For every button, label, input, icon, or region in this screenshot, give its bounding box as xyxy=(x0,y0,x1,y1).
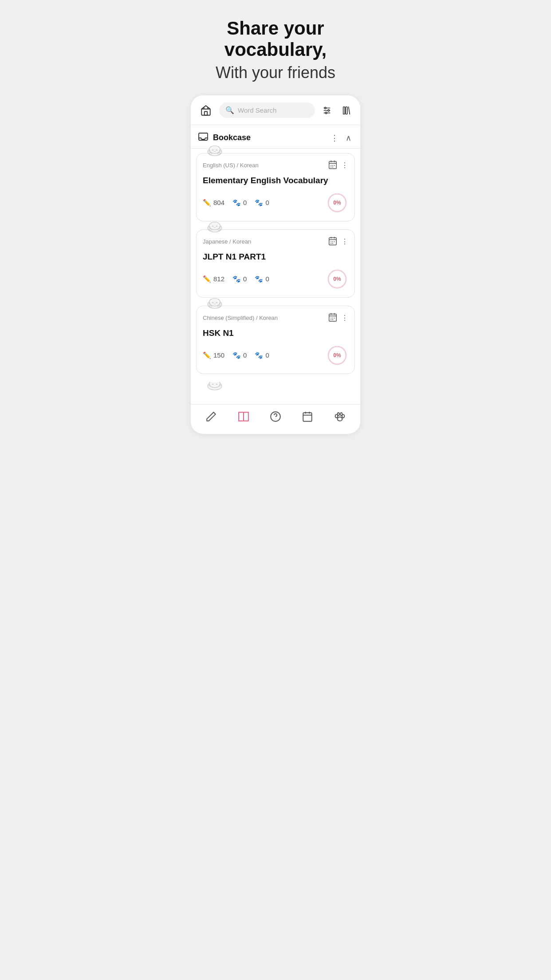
book-3-menu-button[interactable]: ⋮ xyxy=(341,314,348,322)
svg-point-19 xyxy=(216,149,218,150)
book-2-paw-blue-count: 0 xyxy=(243,275,247,283)
book-2-pencil-stat: ✏️ 812 xyxy=(203,275,224,283)
cat-icon-2 xyxy=(205,220,224,235)
nav-calendar-icon xyxy=(302,411,313,422)
svg-point-34 xyxy=(209,222,220,230)
book-2-calendar-icon[interactable] xyxy=(328,236,338,248)
book-1-paw-blue-stat: 🐾 0 xyxy=(232,199,247,207)
nav-item-question[interactable] xyxy=(270,411,281,422)
svg-rect-76 xyxy=(332,319,333,320)
bookcase-collapse-button[interactable]: ∧ xyxy=(344,131,353,145)
svg-rect-51 xyxy=(334,241,335,242)
svg-rect-72 xyxy=(331,318,331,319)
search-bar[interactable]: 🔍 Word Search xyxy=(219,102,315,118)
book-1-calendar-icon[interactable] xyxy=(328,160,338,171)
svg-point-65 xyxy=(216,302,218,303)
book-3-icons: ⋮ xyxy=(328,312,348,324)
book-card-2[interactable]: Japanese / Korean ⋮ JLPT N1 PART1 ✏️ 812 xyxy=(196,229,355,298)
library-icon-button[interactable] xyxy=(339,103,354,118)
svg-rect-0 xyxy=(205,111,208,115)
svg-rect-73 xyxy=(332,318,333,319)
svg-rect-89 xyxy=(303,413,312,421)
book-2-title: JLPT N1 PART1 xyxy=(203,252,348,262)
book-3-pencil-stat: ✏️ 150 xyxy=(203,351,224,359)
book-card-2-header: Japanese / Korean ⋮ xyxy=(203,236,348,248)
cat-icon-3 xyxy=(205,296,224,311)
book-card-3[interactable]: Chinese (Simplified) / Korean ⋮ HSK N1 ✏… xyxy=(196,306,355,374)
search-placeholder-text: Word Search xyxy=(238,106,276,114)
svg-point-64 xyxy=(212,302,214,303)
book-card-wrapper-3: Chinese (Simplified) / Korean ⋮ HSK N1 ✏… xyxy=(196,306,355,374)
book-2-menu-button[interactable]: ⋮ xyxy=(341,237,348,246)
nav-book-icon xyxy=(238,411,249,422)
svg-point-4 xyxy=(325,107,327,109)
paw-blue-icon-3: 🐾 xyxy=(232,351,241,359)
svg-point-41 xyxy=(212,225,214,227)
svg-point-88 xyxy=(275,418,276,419)
svg-rect-29 xyxy=(331,166,331,167)
svg-rect-7 xyxy=(343,106,345,114)
store-icon-button[interactable] xyxy=(197,102,215,119)
svg-point-66 xyxy=(209,305,212,307)
svg-rect-52 xyxy=(331,243,331,244)
filter-icon-button[interactable] xyxy=(319,103,335,118)
book-1-menu-button[interactable]: ⋮ xyxy=(341,161,348,169)
book-3-paw-pink-stat: 🐾 0 xyxy=(255,351,269,359)
book-cards-container: English (US) / Korean ⋮ Elementary Engli… xyxy=(191,149,360,404)
svg-point-93 xyxy=(337,417,342,421)
bookcase-menu-button[interactable]: ⋮ xyxy=(329,131,340,145)
svg-rect-75 xyxy=(331,319,331,320)
svg-point-80 xyxy=(209,382,220,388)
svg-point-83 xyxy=(212,383,214,385)
book-1-stats: ✏️ 804 🐾 0 🐾 0 xyxy=(203,192,348,214)
book-2-progress-circle: 0% xyxy=(326,268,348,290)
book-3-lang: Chinese (Simplified) / Korean xyxy=(203,315,278,321)
phone-card: 🔍 Word Search xyxy=(191,95,360,434)
svg-rect-27 xyxy=(332,165,333,166)
nav-item-pencil[interactable] xyxy=(205,411,217,422)
nav-item-calendar[interactable] xyxy=(302,411,313,422)
svg-point-97 xyxy=(340,413,342,416)
svg-rect-74 xyxy=(334,318,335,319)
svg-rect-8 xyxy=(346,106,347,114)
book-1-lang: English (US) / Korean xyxy=(203,162,259,169)
svg-rect-26 xyxy=(331,165,331,166)
book-card-1[interactable]: English (US) / Korean ⋮ Elementary Engli… xyxy=(196,153,355,221)
book-3-paw-pink-count: 0 xyxy=(265,351,269,359)
nav-paw-icon xyxy=(334,411,346,422)
book-3-title: HSK N1 xyxy=(203,328,348,338)
svg-point-21 xyxy=(218,153,220,154)
svg-point-44 xyxy=(218,229,220,231)
pencil-stat-icon-2: ✏️ xyxy=(203,275,211,283)
library-icon xyxy=(342,106,351,115)
search-icon: 🔍 xyxy=(225,106,234,114)
svg-rect-30 xyxy=(332,166,333,167)
svg-point-18 xyxy=(212,149,214,150)
svg-point-57 xyxy=(209,298,220,306)
cat-icon-1 xyxy=(205,143,224,158)
nav-item-book[interactable] xyxy=(238,411,249,422)
hero-section: Share your vocabulary, With your friends xyxy=(184,0,367,95)
book-3-pencil-count: 150 xyxy=(213,351,224,359)
pencil-stat-icon-3: ✏️ xyxy=(203,351,211,359)
book-3-paw-blue-count: 0 xyxy=(243,351,247,359)
book-card-partial-4 xyxy=(196,382,355,400)
svg-point-6 xyxy=(325,112,327,114)
book-card-wrapper-2: Japanese / Korean ⋮ JLPT N1 PART1 ✏️ 812 xyxy=(196,229,355,298)
paw-pink-icon-3: 🐾 xyxy=(255,351,263,359)
svg-rect-49 xyxy=(331,241,331,242)
book-3-calendar-icon[interactable] xyxy=(328,312,338,324)
paw-pink-icon: 🐾 xyxy=(255,199,263,207)
nav-item-paw[interactable] xyxy=(334,411,346,422)
nav-pencil-icon xyxy=(205,411,217,422)
book-2-lang: Japanese / Korean xyxy=(203,238,251,245)
svg-point-43 xyxy=(209,229,212,231)
svg-point-84 xyxy=(216,383,218,385)
svg-point-11 xyxy=(209,146,220,153)
book-card-wrapper-1: English (US) / Korean ⋮ Elementary Engli… xyxy=(196,153,355,221)
svg-rect-22 xyxy=(329,161,337,169)
cat-icon-4 xyxy=(205,382,224,393)
book-1-paw-blue-count: 0 xyxy=(243,199,247,206)
book-3-progress-label: 0% xyxy=(333,352,341,358)
book-3-progress-circle: 0% xyxy=(326,344,348,366)
